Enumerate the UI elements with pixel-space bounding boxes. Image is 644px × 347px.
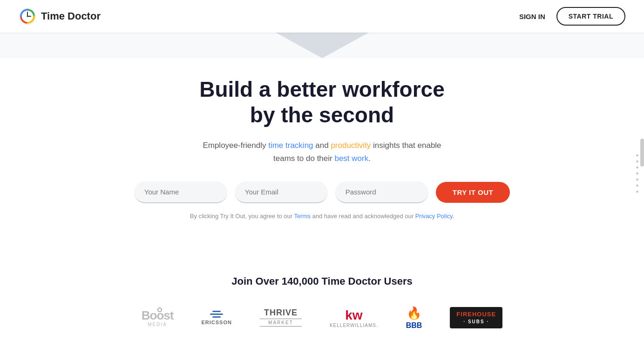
hero-triangle-decoration: [276, 33, 369, 58]
hero-subtitle: Employee-friendly time tracking and prod…: [201, 139, 443, 164]
logos-section: Join Over 140,000 Time Doctor Users Boos…: [0, 275, 644, 347]
svg-point-4: [27, 16, 28, 17]
terms-link[interactable]: Terms: [294, 213, 311, 220]
dot-5: [636, 179, 638, 181]
terms-text: By clicking Try It Out, you agree to our…: [190, 213, 454, 220]
start-trial-button[interactable]: START TRIAL: [556, 7, 625, 26]
try-it-out-button[interactable]: TRY IT OUT: [436, 182, 510, 203]
nav-actions: SIGN IN START TRIAL: [519, 7, 625, 26]
password-input[interactable]: [335, 181, 428, 203]
logo-text: Time Doctor: [41, 10, 101, 22]
email-input[interactable]: [235, 181, 328, 203]
dot-7: [636, 191, 638, 193]
thrive-market-logo: THRIVE MARKET: [260, 308, 302, 327]
scrollbar-handle[interactable]: [640, 139, 644, 167]
dot-4: [636, 173, 638, 175]
name-input[interactable]: [134, 181, 227, 203]
dots-decoration: [636, 154, 638, 193]
main-content: Build a better workforce by the second E…: [0, 58, 644, 275]
bbb-logo: 🔥 BBB: [406, 306, 422, 330]
logo-icon: [19, 7, 36, 25]
logos-row: Boost MEDIA ERICSSON THRIVE MARKET kw KE…: [19, 306, 625, 330]
hero-title: Build a better workforce by the second: [199, 77, 445, 128]
signup-form: TRY IT OUT: [134, 181, 510, 203]
dot-3: [636, 167, 638, 169]
logo-link[interactable]: Time Doctor: [19, 7, 101, 25]
ericsson-logo: ERICSSON: [201, 311, 231, 325]
logos-title: Join Over 140,000 Time Doctor Users: [19, 275, 625, 287]
privacy-policy-link[interactable]: Privacy Policy: [415, 213, 453, 220]
dot-1: [636, 154, 638, 157]
firehouse-subs-logo: FIREHOUSE · SUBS ·: [450, 307, 502, 328]
keller-williams-logo: kw KELLERWILLIAMS.: [330, 308, 378, 328]
dot-6: [636, 185, 638, 187]
boost-media-logo: Boost MEDIA: [142, 308, 174, 327]
dot-2: [636, 160, 638, 163]
sign-in-link[interactable]: SIGN IN: [519, 13, 545, 20]
navbar: Time Doctor SIGN IN START TRIAL: [0, 0, 644, 33]
